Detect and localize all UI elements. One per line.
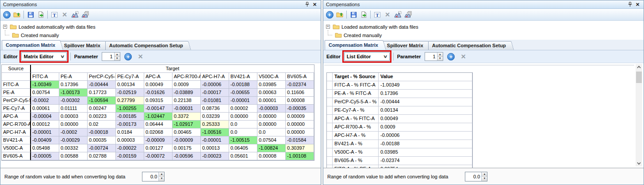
- list-value-cell[interactable]: 0.00134: [379, 106, 472, 115]
- matrix-cell[interactable]: 0.00000: [59, 121, 88, 128]
- matrix-cell[interactable]: -0.02374: [286, 81, 314, 89]
- row-selector-margin[interactable]: [327, 106, 333, 115]
- editor-dropdown[interactable]: Matrix Editor ∨: [21, 52, 67, 61]
- matrix-cell[interactable]: 0.00009: [286, 113, 314, 121]
- matrix-cell[interactable]: -0.00147: [144, 105, 172, 113]
- matrix-cell[interactable]: 0.00465: [172, 128, 201, 136]
- matrix-cell[interactable]: 0.02: [88, 121, 116, 128]
- pin-icon[interactable]: [626, 1, 634, 8]
- matrix-cell[interactable]: 0.00000: [257, 113, 286, 121]
- list-value-cell[interactable]: 0.0009: [379, 123, 472, 132]
- matrix-cell[interactable]: -0.0002: [59, 128, 88, 136]
- matrix-cell[interactable]: -0.00009: [172, 136, 201, 144]
- matrix-cell[interactable]: 0.00049: [144, 81, 172, 89]
- histogram-copy-icon[interactable]: [403, 10, 412, 19]
- matrix-cell[interactable]: -0.00001: [201, 136, 229, 144]
- matrix-cell[interactable]: 0.00001: [257, 97, 286, 105]
- matrix-cell[interactable]: 0.0184: [116, 128, 144, 136]
- matrix-cell[interactable]: 0.0: [229, 121, 257, 128]
- matrix-cell[interactable]: -0.00188: [229, 81, 257, 89]
- matrix-cell[interactable]: -1.00516: [201, 128, 229, 136]
- matrix-cell[interactable]: 0.03985: [257, 81, 286, 89]
- tree-item-loaded-automatically[interactable]: + Loaded automatically with data files: [326, 23, 644, 31]
- matrix-cell[interactable]: 0.00008: [257, 152, 286, 160]
- row-selector-margin[interactable]: [327, 132, 333, 140]
- matrix-cell[interactable]: 0.30397: [286, 144, 314, 152]
- matrix-cell[interactable]: -1.00173: [59, 89, 88, 97]
- spin-down-icon[interactable]: ▼: [437, 57, 443, 61]
- list-value-cell[interactable]: -0.00006: [379, 132, 472, 140]
- expand-icon[interactable]: +: [326, 25, 330, 29]
- export-icon[interactable]: [359, 10, 368, 19]
- tab-spillover-matrix[interactable]: Spillover Matrix: [383, 41, 431, 50]
- matrix-cell[interactable]: 0.00035: [88, 136, 116, 144]
- matrix-cell[interactable]: 0.00013: [201, 144, 229, 152]
- row-selector-margin[interactable]: [327, 115, 333, 123]
- matrix-cell[interactable]: 0.00134: [116, 81, 144, 89]
- matrix-cell[interactable]: 0.00003: [116, 136, 144, 144]
- matrix-cell[interactable]: 0.03239: [201, 113, 229, 121]
- matrix-cell[interactable]: 0.02788: [88, 152, 116, 160]
- matrix-cell[interactable]: -0.03889: [172, 89, 201, 97]
- pin-icon[interactable]: [303, 1, 311, 8]
- matrix-cell[interactable]: -0.00006: [201, 81, 229, 89]
- matrix-cell[interactable]: -0.00185: [116, 113, 144, 121]
- add-parameter-icon[interactable]: +: [447, 52, 456, 61]
- matrix-cell[interactable]: -1.00255: [116, 105, 144, 113]
- matrix-cell[interactable]: 0.00000: [229, 113, 257, 121]
- matrix-cell[interactable]: -0.00409: [31, 136, 59, 144]
- expand-icon[interactable]: +: [3, 25, 7, 29]
- matrix-cell[interactable]: 0.00003: [59, 113, 88, 121]
- matrix-cell[interactable]: -0.00023: [201, 152, 229, 160]
- matrix-cell[interactable]: -0.00017: [201, 89, 229, 97]
- matrix-cell[interactable]: 0.00127: [144, 144, 172, 152]
- spin-down-icon[interactable]: ▼: [482, 177, 487, 181]
- matrix-cell[interactable]: -0.00001: [31, 128, 59, 136]
- matrix-cell[interactable]: 0.00002: [229, 105, 257, 113]
- save-icon[interactable]: [349, 10, 358, 19]
- matrix-cell[interactable]: -1.00108: [286, 152, 314, 160]
- matrix-cell[interactable]: -1.02917: [172, 121, 201, 128]
- matrix-cell[interactable]: -1.00594: [88, 97, 116, 105]
- matrix-cell[interactable]: -0.00029: [59, 136, 88, 144]
- parameter-stepper[interactable]: 1 ▲▼: [425, 52, 443, 61]
- scroll-down-icon[interactable]: [636, 160, 642, 166]
- matrix-cell[interactable]: 0.00063: [257, 89, 286, 97]
- matrix-cell[interactable]: 0.08736: [201, 105, 229, 113]
- row-selector-margin[interactable]: [327, 157, 333, 165]
- import-folder-icon[interactable]: [12, 10, 21, 19]
- scrollbar-thumb[interactable]: [636, 72, 642, 83]
- matrix-cell[interactable]: 0.3372: [172, 113, 201, 121]
- text-label-icon[interactable]: T: [50, 10, 59, 19]
- matrix-cell[interactable]: -0.00035: [286, 105, 314, 113]
- save-icon[interactable]: [26, 10, 35, 19]
- matrix-cell[interactable]: 0.06444: [144, 121, 172, 128]
- matrix-cell[interactable]: -0.00018: [88, 128, 116, 136]
- matrix-cell[interactable]: -0.00072: [144, 152, 172, 160]
- matrix-cell[interactable]: -0.00596: [172, 152, 201, 160]
- matrix-cell[interactable]: -0.00005: [31, 152, 59, 160]
- matrix-cell[interactable]: 0.05601: [229, 152, 257, 160]
- row-selector-margin[interactable]: [327, 90, 333, 98]
- editor-dropdown[interactable]: List Editor ∨: [344, 52, 390, 61]
- add-parameter-icon[interactable]: +: [124, 52, 133, 61]
- matrix-cell[interactable]: 0.27799: [116, 97, 144, 105]
- tree-item-loaded-automatically[interactable]: + Loaded automatically with data files: [3, 23, 321, 31]
- matrix-cell[interactable]: 0.22138: [172, 97, 201, 105]
- spin-down-icon[interactable]: ▼: [115, 57, 120, 61]
- matrix-cell[interactable]: -1.02447: [144, 113, 172, 121]
- matrix-cell[interactable]: -0.0002: [31, 97, 59, 105]
- matrix-cell[interactable]: -1.00349: [31, 81, 59, 89]
- scroll-up-icon[interactable]: [636, 64, 642, 70]
- random-range-stepper[interactable]: 0.0 ▲▼: [465, 172, 487, 181]
- row-selector-margin[interactable]: [327, 98, 333, 106]
- matrix-cell[interactable]: 0.00000: [286, 128, 314, 136]
- matrix-cell[interactable]: -0.00159: [116, 152, 144, 160]
- spin-up-icon[interactable]: ▲: [437, 53, 443, 57]
- matrix-cell[interactable]: 0.0: [229, 128, 257, 136]
- list-value-cell[interactable]: -0.02374: [379, 157, 472, 165]
- matrix-cell[interactable]: 0.02068: [144, 128, 172, 136]
- matrix-cell[interactable]: 0.0009: [172, 81, 201, 89]
- tab-compensation-matrix[interactable]: Compensation Matrix: [2, 40, 63, 50]
- list-value-cell[interactable]: 0.03985: [379, 148, 472, 157]
